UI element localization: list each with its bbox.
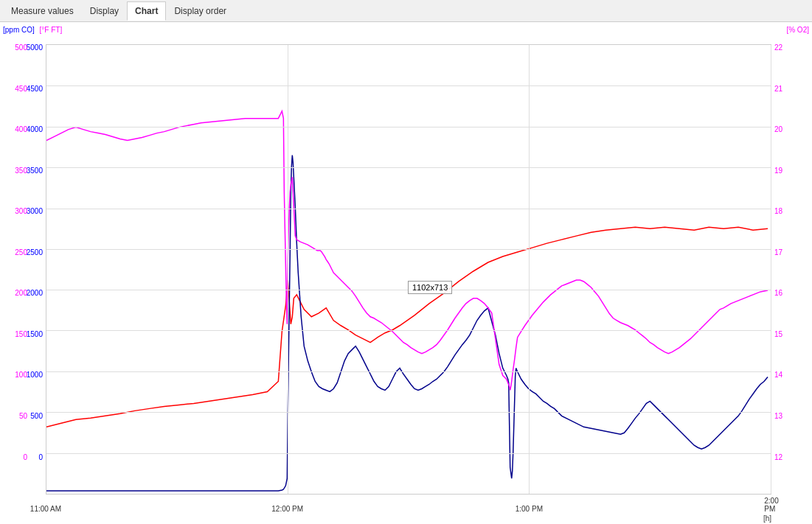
grid-v (529, 45, 530, 494)
grid-h (46, 453, 771, 454)
grid-v (771, 45, 771, 494)
red-line (46, 227, 768, 427)
magenta-top-line (46, 111, 768, 391)
grid-v (288, 45, 288, 494)
tab-display[interactable]: Display (82, 1, 127, 21)
grid-h (46, 412, 771, 413)
chart-container: [ppm CO] [°F FT] [% O2] 5000 4500 4000 3… (0, 22, 812, 524)
grid-h (46, 209, 771, 209)
tab-bar: Measure values Display Chart Display ord… (0, 0, 812, 22)
chart-plot-area[interactable]: 1102x713 (46, 44, 771, 495)
grid-h (46, 167, 771, 168)
y-axis-right: 22 21 20 19 18 17 16 15 14 13 12 (771, 44, 812, 495)
y-axis-left: 5000 4500 4000 3500 3000 2500 2000 1500 … (0, 44, 46, 495)
blue-line (46, 156, 768, 492)
grid-h (46, 371, 771, 372)
x-axis: 11:00 AM 12:00 PM 1:00 PM 2:00 PM [h] (46, 495, 771, 524)
grid-h (46, 330, 771, 331)
grid-h (46, 85, 771, 86)
tab-measure-values[interactable]: Measure values (3, 1, 82, 21)
tab-display-order[interactable]: Display order (166, 1, 235, 21)
tab-chart[interactable]: Chart (127, 1, 166, 21)
grid-h (46, 127, 771, 127)
y-axis-left-label: [ppm CO] [°F FT] (3, 26, 62, 34)
x-axis-unit: [h] (763, 514, 771, 523)
chart-svg (46, 45, 771, 494)
grid-h (46, 290, 771, 290)
grid-h (46, 249, 771, 250)
y-axis-right-label: [% O2] (786, 26, 809, 34)
